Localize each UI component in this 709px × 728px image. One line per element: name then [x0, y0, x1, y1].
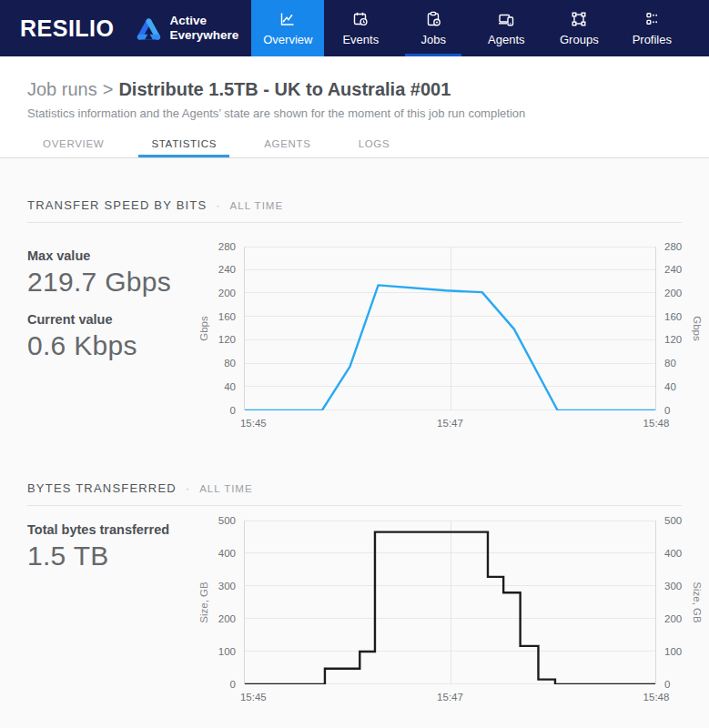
y-axis-left: 0100200300400500 — [210, 521, 244, 684]
y-axis-unit-text: Gbps — [692, 316, 703, 341]
breadcrumb-root-link[interactable]: Job runs — [27, 79, 97, 99]
y-axis-unit-text: Gbps — [198, 316, 209, 341]
page-title: Distribute 1.5TB - UK to Australia #001 — [118, 79, 451, 99]
nav-items: Overview Events — [251, 0, 688, 56]
plot-area[interactable] — [244, 247, 656, 410]
y-axis-unit-text: Size, GB — [692, 581, 703, 622]
y-axis-tick-label: 200 — [664, 288, 682, 299]
x-axis-tick-label: 15:45 — [240, 418, 267, 429]
tab-overview[interactable]: OVERVIEW — [30, 131, 116, 157]
time-range-selector[interactable]: ALL TIME — [230, 200, 284, 211]
stat-label: Current value — [27, 312, 197, 327]
separator-dot: · — [186, 482, 190, 495]
y-axis-tick-label: 500 — [664, 515, 682, 526]
transfer-speed-section: TRANSFER SPEED BY BITS · ALL TIME Max va… — [0, 158, 709, 434]
x-axis-tick-label: 15:47 — [437, 692, 463, 703]
active-everywhere-mark-icon — [133, 15, 163, 42]
nav-label-agents: Agents — [488, 33, 524, 46]
active-everywhere-logo: Active Everywhere — [133, 14, 239, 42]
nav-label-events: Events — [342, 33, 379, 46]
max-value-stat: Max value 219.7 Gbps — [27, 248, 197, 298]
y-axis-tick-label: 0 — [664, 679, 670, 690]
nav-label-overview: Overview — [263, 33, 312, 46]
stat-value: 1.5 TB — [27, 541, 197, 571]
nav-item-groups[interactable]: Groups — [542, 0, 615, 56]
y-axis-tick-label: 80 — [664, 359, 676, 369]
bytes-stats: Total bytes transferred 1.5 TB — [27, 521, 197, 708]
transfer-speed-chart[interactable]: Gbps0408012016020024028015:4515:4715:480… — [197, 247, 704, 434]
nav-item-overview[interactable]: Overview — [251, 0, 324, 56]
y-axis-tick-label: 80 — [224, 359, 236, 369]
breadcrumb: Job runs>Distribute 1.5TB - UK to Austra… — [27, 78, 682, 100]
y-axis-unit-label-left: Size, GB — [197, 521, 210, 684]
stat-value: 0.6 Kbps — [27, 330, 197, 361]
y-axis-tick-label: 500 — [218, 515, 236, 526]
speed-stats: Max value 219.7 Gbps Current value 0.6 K… — [27, 247, 197, 434]
bytes-transferred-section: BYTES TRANSFERRED · ALL TIME Total bytes… — [0, 434, 709, 708]
profile-list-icon — [643, 10, 661, 28]
stat-label: Total bytes transferred — [27, 522, 197, 537]
series-canvas — [245, 521, 655, 684]
y-axis-unit-text: Size, GB — [198, 581, 209, 622]
page-subtitle: Statistics information and the Agents’ s… — [27, 106, 682, 120]
y-axis-tick-label: 200 — [218, 288, 236, 299]
selection-frame-icon — [570, 10, 588, 28]
y-axis-tick-label: 400 — [218, 548, 236, 559]
resilio-wordmark: RESILIO — [20, 15, 115, 42]
section-title: TRANSFER SPEED BY BITS — [27, 198, 207, 212]
y-axis-unit-label-right: Size, GB — [690, 521, 704, 684]
y-axis-tick-label: 40 — [224, 382, 236, 393]
transfer-speed-section-header: TRANSFER SPEED BY BITS · ALL TIME — [27, 198, 682, 212]
tab-logs[interactable]: LOGS — [346, 131, 403, 157]
tab-agents[interactable]: AGENTS — [251, 131, 324, 157]
y-axis-tick-label: 160 — [664, 311, 682, 322]
y-axis-tick-label: 100 — [664, 646, 682, 657]
y-axis-tick-label: 300 — [218, 581, 236, 592]
y-axis-tick-label: 240 — [218, 265, 236, 276]
y-axis-tick-label: 40 — [664, 382, 676, 393]
y-axis-left: 04080120160200240280 — [210, 247, 244, 410]
calendar-clock-icon — [351, 10, 370, 28]
nav-label-groups: Groups — [560, 33, 599, 46]
plot-area[interactable] — [244, 521, 656, 684]
series-line — [245, 532, 655, 684]
time-range-selector[interactable]: ALL TIME — [199, 483, 253, 494]
y-axis-tick-label: 200 — [664, 613, 682, 624]
tab-statistics[interactable]: STATISTICS — [138, 131, 229, 157]
section-title: BYTES TRANSFERRED — [27, 481, 177, 495]
y-axis-right: 0100200300400500 — [656, 521, 690, 684]
nav-label-profiles: Profiles — [633, 33, 672, 46]
chart-row: Size, GB010020030040050015:4515:4715:480… — [197, 521, 704, 708]
nav-item-agents[interactable]: Agents — [470, 0, 542, 56]
line-chart-icon — [279, 10, 297, 28]
y-axis-unit-label-right: Gbps — [690, 247, 704, 410]
y-axis-tick-label: 280 — [664, 241, 682, 252]
nav-item-profiles[interactable]: Profiles — [615, 0, 688, 56]
y-axis-tick-label: 160 — [218, 311, 236, 322]
x-axis-tick-label: 15:48 — [643, 418, 670, 429]
breadcrumb-separator: > — [103, 79, 114, 99]
nav-item-jobs[interactable]: Jobs — [397, 0, 470, 56]
current-value-stat: Current value 0.6 Kbps — [27, 312, 197, 361]
statistics-content: TRANSFER SPEED BY BITS · ALL TIME Max va… — [0, 158, 709, 728]
product-name-line1: Active — [170, 14, 239, 28]
nav-item-events[interactable]: Events — [324, 0, 397, 56]
y-axis-tick-label: 100 — [218, 646, 236, 657]
bytes-transferred-section-header: BYTES TRANSFERRED · ALL TIME — [27, 481, 682, 495]
bytes-transferred-chart[interactable]: Size, GB010020030040050015:4515:4715:480… — [197, 521, 704, 708]
y-axis-tick-label: 240 — [664, 265, 682, 276]
y-axis-right: 04080120160200240280 — [656, 247, 690, 410]
top-navbar: RESILIO Active Everywhere — [0, 0, 709, 56]
product-name: Active Everywhere — [170, 14, 239, 42]
clipboard-gear-icon — [424, 10, 442, 28]
page-header: Job runs>Distribute 1.5TB - UK to Austra… — [0, 56, 709, 158]
y-axis-unit-label-left: Gbps — [197, 247, 210, 410]
y-axis-tick-label: 0 — [664, 405, 670, 416]
y-axis-tick-label: 400 — [664, 548, 682, 559]
plot-column: 15:4515:4715:48 — [244, 247, 656, 434]
y-axis-tick-label: 120 — [664, 335, 682, 346]
y-axis-tick-label: 280 — [218, 241, 236, 252]
plot-column: 15:4515:4715:48 — [244, 521, 656, 708]
series-canvas — [245, 247, 655, 410]
total-bytes-stat: Total bytes transferred 1.5 TB — [27, 522, 197, 571]
